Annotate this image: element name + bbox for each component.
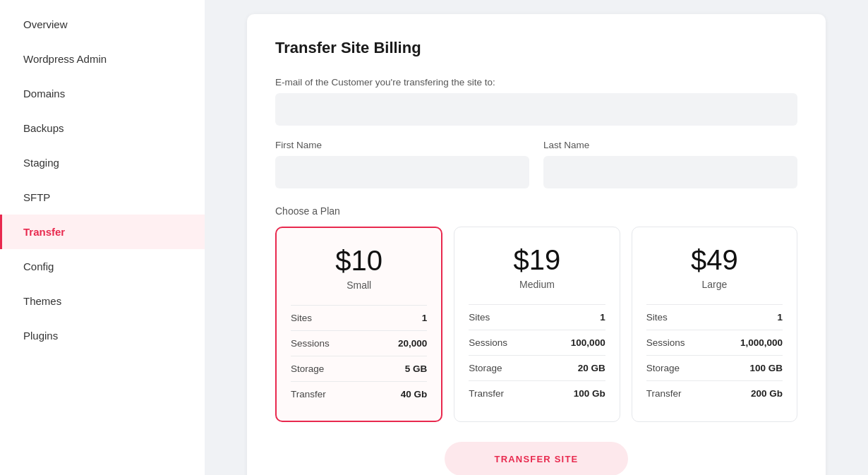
plan-price-small: $10 [291,245,427,277]
plan-detail-value: 100 Gb [574,388,605,399]
plan-detail-large-3: Transfer200 Gb [646,380,783,406]
plan-detail-label: Transfer [291,389,326,399]
first-name-group: First Name [275,140,529,188]
plan-name-medium: Medium [469,279,605,290]
plan-detail-value: 20 GB [578,363,605,373]
plan-card-small[interactable]: $10SmallSites1Sessions20,000Storage5 GBT… [275,227,442,422]
plan-detail-label: Sites [646,312,668,323]
plan-detail-medium-2: Storage20 GB [469,355,605,380]
sidebar-item-staging[interactable]: Staging [0,145,205,180]
plan-detail-label: Sessions [291,338,330,349]
plan-detail-medium-3: Transfer100 Gb [469,380,605,406]
plan-detail-value: 1 [777,312,783,323]
plan-detail-value: 200 Gb [751,388,783,399]
sidebar-item-wordpress-admin[interactable]: Wordpress Admin [0,42,205,76]
first-name-input[interactable] [275,156,529,188]
plans-row: $10SmallSites1Sessions20,000Storage5 GBT… [275,227,797,422]
plan-detail-label: Storage [291,363,324,374]
email-label: E-mail of the Customer you're transferin… [275,77,797,88]
plan-card-large[interactable]: $49LargeSites1Sessions1,000,000Storage10… [632,227,797,422]
plan-detail-value: 40 Gb [401,389,428,399]
plan-detail-medium-1: Sessions100,000 [469,330,605,355]
sidebar-item-overview[interactable]: Overview [0,7,205,42]
plan-detail-small-2: Storage5 GB [291,356,427,381]
plan-detail-label: Sites [291,313,312,323]
plan-detail-value: 5 GB [405,363,428,374]
last-name-group: Last Name [543,140,797,188]
sidebar-item-domains[interactable]: Domains [0,76,205,111]
plan-detail-small-3: Transfer40 Gb [291,381,427,407]
plan-name-large: Large [646,279,783,290]
main-content: Transfer Site Billing E-mail of the Cust… [205,0,868,475]
sidebar-item-backups[interactable]: Backups [0,111,205,145]
choose-plan-label: Choose a Plan [275,205,797,217]
plan-detail-value: 20,000 [398,338,427,349]
plan-detail-large-0: Sites1 [646,304,783,330]
plan-detail-label: Storage [646,363,680,373]
plan-detail-small-1: Sessions20,000 [291,330,427,356]
transfer-site-button[interactable]: TRANSFER SITE [445,442,628,475]
last-name-label: Last Name [543,140,797,150]
plan-detail-label: Sessions [646,337,685,348]
plan-price-medium: $19 [469,244,605,276]
plan-detail-label: Transfer [646,388,682,399]
plan-detail-label: Storage [469,363,502,373]
transfer-billing-card: Transfer Site Billing E-mail of the Cust… [247,14,826,475]
plan-detail-small-0: Sites1 [291,305,427,330]
sidebar: OverviewWordpress AdminDomainsBackupsSta… [0,0,205,475]
page-title: Transfer Site Billing [275,39,797,57]
plan-detail-label: Sites [469,312,490,323]
sidebar-item-themes[interactable]: Themes [0,284,205,318]
plan-detail-label: Sessions [469,337,507,348]
sidebar-item-plugins[interactable]: Plugins [0,318,205,353]
last-name-input[interactable] [543,156,797,188]
name-row: First Name Last Name [275,140,797,188]
plan-detail-large-2: Storage100 GB [646,355,783,380]
plan-detail-value: 100 GB [749,363,783,373]
email-input[interactable] [275,93,797,126]
plan-detail-value: 1 [600,312,605,323]
plan-name-small: Small [291,279,427,291]
sidebar-item-sftp[interactable]: SFTP [0,180,205,215]
plan-price-large: $49 [646,244,783,276]
sidebar-item-transfer[interactable]: Transfer [0,215,205,249]
plan-detail-medium-0: Sites1 [469,304,605,330]
first-name-label: First Name [275,140,529,150]
plan-detail-value: 1 [422,313,428,323]
plan-detail-large-1: Sessions1,000,000 [646,330,783,355]
plan-detail-label: Transfer [469,388,504,399]
plan-detail-value: 1,000,000 [740,337,783,348]
plan-detail-value: 100,000 [571,337,605,348]
plan-card-medium[interactable]: $19MediumSites1Sessions100,000Storage20 … [454,227,620,422]
sidebar-item-config[interactable]: Config [0,249,205,284]
